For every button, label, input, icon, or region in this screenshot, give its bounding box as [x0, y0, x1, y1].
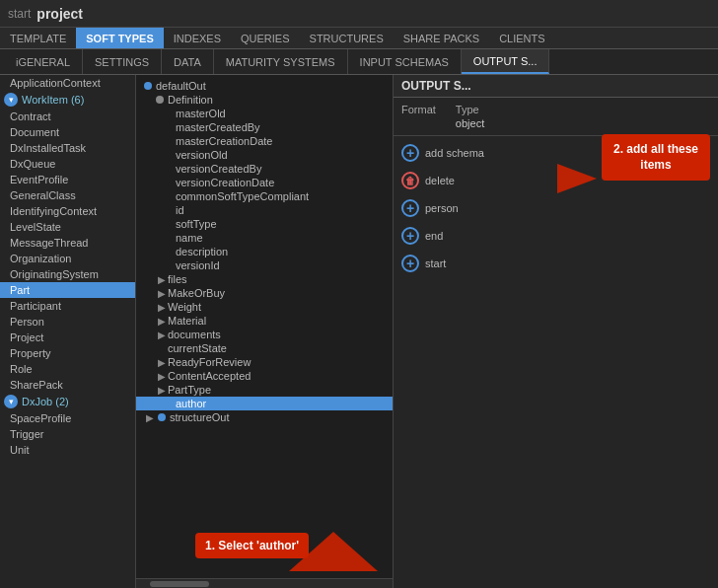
tree-item-version-old[interactable]: versionOld: [136, 148, 393, 162]
tree-item-ready-for-review[interactable]: ▶ ReadyForReview: [136, 355, 393, 369]
sidebar-item-application-context[interactable]: ApplicationContext: [0, 75, 135, 91]
tree-item-files[interactable]: ▶ files: [136, 272, 393, 286]
add-schema-button[interactable]: + add schema: [401, 142, 710, 164]
tree-item-part-type[interactable]: ▶ PartType: [136, 383, 393, 397]
tab-output-schemas[interactable]: OUTPUT S...: [462, 49, 550, 74]
sidebar-dxjob-label: DxJob (2): [22, 396, 69, 407]
start-label: start: [8, 7, 31, 21]
tree-item-master-created-by[interactable]: masterCreatedBy: [136, 120, 393, 134]
sidebar-item-workitem-group[interactable]: ▾ WorkItem (6): [0, 91, 135, 109]
right-panel: OUTPUT S... Format Type object + add sch…: [393, 75, 718, 588]
sidebar-item-contract[interactable]: Contract: [0, 109, 135, 124]
type-label: Type: [456, 104, 484, 115]
nav-soft-types[interactable]: SOFT TYPES: [76, 28, 163, 48]
tree-label: Material: [168, 315, 206, 327]
tab-input-schemas[interactable]: INPUT SCHEMAS: [348, 49, 462, 74]
tree-item-material[interactable]: ▶ Material: [136, 314, 393, 328]
type-value: object: [456, 117, 484, 129]
dot-icon: [144, 82, 152, 90]
tree-item-master-old[interactable]: masterOld: [136, 107, 393, 120]
sidebar-item-part[interactable]: Part: [0, 282, 135, 298]
sidebar-item-share-pack[interactable]: SharePack: [0, 377, 135, 393]
tree-item-make-or-buy[interactable]: ▶ MakeOrBuy: [136, 286, 393, 300]
sidebar-item-dx-installed-task[interactable]: DxInstalledTask: [0, 140, 135, 156]
sidebar-item-document[interactable]: Document: [0, 124, 135, 140]
start-button[interactable]: + start: [401, 253, 710, 274]
sidebar-item-event-profile[interactable]: EventProfile: [0, 172, 135, 187]
tree-item-description[interactable]: description: [136, 245, 393, 258]
tree-item-name[interactable]: name: [136, 231, 393, 245]
nav-template[interactable]: TEMPLATE: [0, 28, 76, 48]
tree-container[interactable]: defaultOut Definition masterOld masterCr…: [136, 75, 393, 578]
tree-item-content-accepted[interactable]: ▶ ContentAccepted: [136, 369, 393, 383]
sidebar-item-unit[interactable]: Unit: [0, 442, 135, 458]
tree-item-soft-type[interactable]: softType: [136, 217, 393, 231]
sidebar-item-identifying-context[interactable]: IdentifyingContext: [0, 203, 135, 219]
tree-item-master-creation-date[interactable]: masterCreationDate: [136, 134, 393, 148]
sidebar-item-trigger[interactable]: Trigger: [0, 426, 135, 442]
nav-structures[interactable]: STRUCTURES: [300, 28, 394, 48]
sidebar-item-originating-system[interactable]: OriginatingSystem: [0, 266, 135, 282]
sidebar-item-space-profile[interactable]: SpaceProfile: [0, 410, 135, 426]
nav-indexes[interactable]: INDEXES: [164, 28, 231, 48]
h-scrollbar[interactable]: [136, 578, 393, 588]
tree-item-version-id[interactable]: versionId: [136, 258, 393, 272]
nav-clients[interactable]: CLIENTS: [489, 28, 554, 48]
tree-item-version-creation-date[interactable]: versionCreationDate: [136, 176, 393, 189]
person-button[interactable]: + person: [401, 197, 710, 219]
tree-label: versionOld: [176, 149, 228, 161]
end-button[interactable]: + end: [401, 225, 710, 247]
arrow-icon-8: ▶: [156, 370, 168, 382]
sidebar-item-message-thread[interactable]: MessageThread: [0, 235, 135, 251]
project-label: project: [36, 6, 83, 22]
delete-label: delete: [425, 175, 455, 186]
sidebar-item-general-class[interactable]: GeneralClass: [0, 187, 135, 203]
tab-maturity[interactable]: MATURITY SYSTEMS: [214, 49, 348, 74]
tree-label: masterCreationDate: [176, 135, 272, 147]
tree-label: id: [176, 204, 184, 216]
tab-data[interactable]: DATA: [162, 49, 214, 74]
sidebar-item-dx-queue[interactable]: DxQueue: [0, 156, 135, 172]
sidebar-item-participant[interactable]: Participant: [0, 298, 135, 314]
tree-item-documents[interactable]: ▶ documents: [136, 328, 393, 341]
tree-item-id[interactable]: id: [136, 203, 393, 217]
tab-general[interactable]: iGENERAL: [4, 49, 83, 74]
sidebar-item-property[interactable]: Property: [0, 345, 135, 361]
tree-label-author: author: [176, 398, 206, 409]
nav-queries[interactable]: QUERIES: [231, 28, 300, 48]
person-label: person: [425, 202, 459, 214]
tree-label: ReadyForReview: [168, 356, 251, 368]
arrow-icon-7: ▶: [156, 356, 168, 368]
sidebar-item-organization[interactable]: Organization: [0, 251, 135, 266]
sidebar-item-project[interactable]: Project: [0, 330, 135, 345]
tree-item-version-created-by[interactable]: versionCreatedBy: [136, 162, 393, 176]
tab-settings[interactable]: SETTINGS: [83, 49, 162, 74]
tree-item-structure-out[interactable]: ▶ structureOut: [136, 410, 393, 424]
top-header: start project: [0, 0, 718, 28]
tree-item-definition[interactable]: Definition: [136, 93, 393, 107]
nav-share-packs[interactable]: SHARE PACKS: [394, 28, 489, 48]
tree-item-default-out[interactable]: defaultOut: [136, 79, 393, 93]
format-section: Format Type object: [394, 98, 718, 136]
end-icon: +: [401, 227, 419, 245]
tree-item-author[interactable]: author: [136, 397, 393, 410]
tree-label: Weight: [168, 301, 201, 313]
tree-item-current-state[interactable]: ▶ currentState: [136, 341, 393, 355]
tree-label: PartType: [168, 384, 211, 396]
sidebar-item-level-state[interactable]: LevelState: [0, 219, 135, 235]
tree-item-common-soft-type[interactable]: commonSoftTypeCompliant: [136, 189, 393, 203]
delete-button[interactable]: delete: [401, 170, 710, 191]
add-schema-icon: +: [401, 144, 419, 162]
arrow-icon-5: ▶: [156, 329, 168, 340]
arrow-icon: ▶: [156, 273, 168, 285]
tabs-row: iGENERAL SETTINGS DATA MATURITY SYSTEMS …: [0, 49, 718, 75]
output-schema-header: OUTPUT S...: [394, 75, 718, 98]
tree-label: description: [176, 246, 228, 257]
tree-label: versionCreationDate: [176, 177, 274, 188]
sidebar-item-person[interactable]: Person: [0, 314, 135, 330]
sidebar-item-dxjob-group[interactable]: ▾ DxJob (2): [0, 393, 135, 410]
start-icon: +: [401, 255, 419, 272]
add-schema-label: add schema: [425, 147, 484, 159]
tree-item-weight[interactable]: ▶ Weight: [136, 300, 393, 314]
sidebar-item-role[interactable]: Role: [0, 361, 135, 377]
